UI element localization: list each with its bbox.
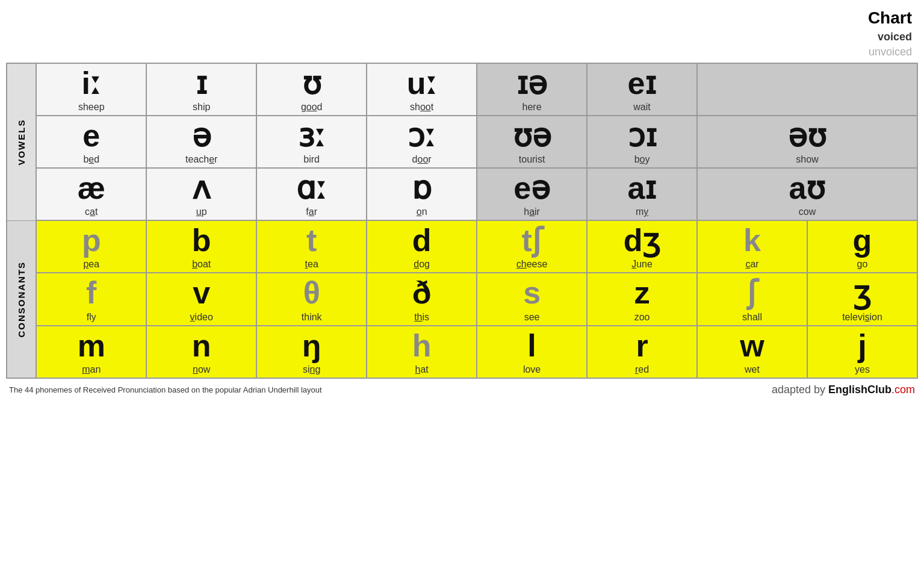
word-door: door (368, 154, 475, 165)
consonants-row-1: CONSONANTS p pea b boat t tea d dog (7, 220, 917, 273)
cell-ʃ: ʃ shall (697, 273, 807, 325)
cell-eə: eə hair (477, 168, 587, 220)
word-june: June (589, 259, 695, 270)
word-cat: cat (38, 207, 144, 217)
vowels-row-3: æ cat ʌ up ɑː far ɒ on eə hair (7, 168, 917, 220)
ipa-ɑː: ɑː (258, 171, 365, 205)
ipa-ʊ: ʊ (258, 66, 365, 101)
ipa-ʒ: ʒ (809, 276, 916, 310)
cell-ð: ð this (367, 273, 477, 325)
word-tourist: tourist (479, 154, 585, 165)
cell-ʒ: ʒ television (807, 273, 917, 325)
cell-iː: iː sheep (36, 63, 146, 116)
cell-θ: θ think (256, 273, 367, 325)
caption-bar: The 44 phonemes of Received Pronunciatio… (6, 384, 918, 396)
word-man: man (38, 364, 144, 375)
cell-dʒ: dʒ June (587, 220, 697, 273)
consonants-label: CONSONANTS (7, 220, 36, 378)
ipa-ɜː: ɜː (258, 119, 365, 153)
cell-eɪ: eɪ wait (587, 63, 697, 116)
ipa-s: s (479, 276, 585, 310)
cell-ə: ə teacher (146, 116, 256, 168)
legend-area: Chart voiced unvoiced (6, 6, 918, 60)
word-boy: boy (589, 154, 695, 165)
word-far: far (258, 207, 365, 217)
legend: Chart voiced unvoiced (868, 6, 912, 60)
word-dog: dog (368, 259, 475, 270)
cell-b: b boat (146, 220, 256, 273)
cell-ɒ: ɒ on (367, 168, 477, 220)
word-wet: wet (699, 364, 805, 375)
ipa-əʊ: əʊ (699, 119, 916, 153)
ipa-θ: θ (258, 276, 365, 310)
word-see: see (479, 312, 585, 323)
cell-æ: æ cat (36, 168, 146, 220)
word-boat: boat (148, 259, 255, 270)
ipa-v: v (148, 276, 255, 310)
ipa-dʒ: dʒ (589, 223, 695, 258)
word-love: love (479, 364, 585, 375)
ipa-h: h (368, 329, 475, 363)
cell-z: z zoo (587, 273, 697, 325)
ipa-m: m (38, 329, 144, 363)
word-sing: sing (258, 364, 365, 375)
cell-k: k car (697, 220, 807, 273)
cell-ʊə: ʊə tourist (477, 116, 587, 168)
word-cheese: cheese (479, 259, 585, 270)
cell-d: d dog (367, 220, 477, 273)
consonants-row-2: f fly v video θ think ð this s see (7, 273, 917, 325)
cell-aɪ: aɪ my (587, 168, 697, 220)
word-fly: fly (38, 312, 144, 323)
legend-voiced: voiced (868, 30, 912, 45)
cell-r: r red (587, 326, 697, 378)
ipa-g: g (809, 223, 916, 258)
ipa-ɒ: ɒ (368, 171, 475, 205)
ipa-aɪ: aɪ (589, 171, 695, 205)
cell-t: t tea (256, 220, 367, 273)
word-good: good (258, 102, 365, 113)
cell-ɪ: ɪ ship (146, 63, 256, 116)
cell-ɜː: ɜː bird (256, 116, 367, 168)
ipa-ə: ə (148, 119, 255, 153)
ipa-ɪ: ɪ (148, 66, 255, 101)
chart-container: Chart voiced unvoiced VOWELS (6, 6, 918, 396)
cell-ɔː: ɔː door (367, 116, 477, 168)
word-my: my (589, 207, 695, 217)
cell-ɪə: ɪə here (477, 63, 587, 116)
word-on: on (368, 207, 475, 217)
cell-l: l love (477, 326, 587, 378)
phoneme-table: VOWELS iː sheep ɪ ship ʊ good uː shoot (6, 63, 918, 379)
word-shall: shall (699, 312, 805, 323)
word-here: here (479, 102, 585, 113)
word-show: show (699, 154, 916, 165)
word-car: car (699, 259, 805, 270)
ipa-f: f (38, 276, 144, 310)
cell-uː: uː shoot (367, 63, 477, 116)
word-teacher: teacher (148, 154, 255, 165)
cell-ŋ: ŋ sing (256, 326, 367, 378)
word-tea: tea (258, 259, 365, 270)
cell-h: h hat (367, 326, 477, 378)
caption-text: The 44 phonemes of Received Pronunciatio… (9, 385, 322, 394)
word-wait: wait (589, 102, 695, 113)
word-zoo: zoo (589, 312, 695, 323)
legend-unvoiced: unvoiced (868, 45, 912, 60)
cell-p: p pea (36, 220, 146, 273)
ipa-æ: æ (38, 171, 144, 205)
ipa-aʊ: aʊ (699, 171, 916, 205)
word-red: red (589, 364, 695, 375)
word-hair: hair (479, 207, 585, 217)
ipa-ʃ: ʃ (699, 276, 805, 310)
ipa-ʌ: ʌ (148, 171, 255, 205)
word-this: this (368, 312, 475, 323)
word-up: up (148, 207, 255, 217)
cell-w: w wet (697, 326, 807, 378)
word-ship: ship (148, 102, 255, 113)
ipa-k: k (699, 223, 805, 258)
ipa-ð: ð (368, 276, 475, 310)
ipa-ʊə: ʊə (479, 119, 585, 153)
word-pea: pea (38, 259, 144, 270)
word-hat: hat (368, 364, 475, 375)
word-go: go (809, 259, 916, 270)
cell-ɔɪ: ɔɪ boy (587, 116, 697, 168)
